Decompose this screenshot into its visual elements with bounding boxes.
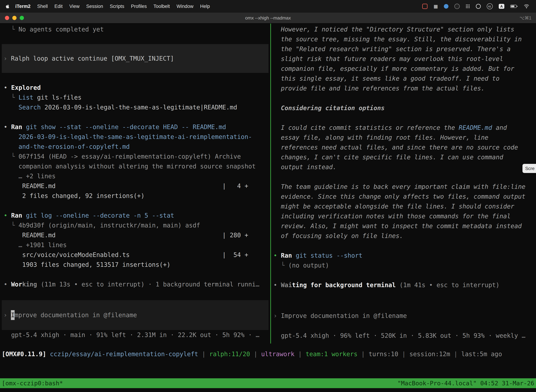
text-segment: and [492,124,507,131]
close-button[interactable] [5,16,9,20]
text-segment: (no output) [288,262,329,269]
text-segment: └ [4,222,19,229]
prompt-input[interactable]: › Improve documentation in @filename [2,300,268,330]
terminal-line: Considering citation options [271,103,536,113]
text-segment: Ran [11,212,22,219]
ralph-loop-banner: › Ralph loop active continue [OMX_TMUX_I… [2,44,268,73]
blank-line [0,270,270,280]
text-segment: this single essay, it seems like a good … [273,75,499,82]
text-segment: Wai [281,281,292,289]
menu-item-edit[interactable]: Edit [51,4,66,9]
window-title-bar[interactable]: omx --xhigh --madmax ⌥⌘1 [0,13,536,23]
recording-indicator-icon[interactable] [422,4,427,9]
text-segment: 2026-03-09-is-legal-the-same-as-legitima… [41,104,237,111]
ring-app-icon[interactable] [476,4,481,9]
minimize-button[interactable] [12,16,17,20]
text-segment: slight risk that future readers may over… [273,55,503,62]
keyboard-grid-icon[interactable]: ▦ [433,4,438,9]
text-segment: └ [4,26,19,33]
text-segment: However, I noticed the "Directory Struct… [273,26,514,33]
dark-circle-icon[interactable] [455,4,460,9]
text-segment: • [4,84,11,91]
text-segment: references need actual files, and since … [273,144,518,151]
blank-line [0,34,270,44]
screen-share-tooltip[interactable]: Scre [522,164,536,173]
menu-bar: iTerm2 Shell Edit View Session Scripts P… [0,0,536,13]
tmux-status-bar: [omx-cczip0:bash* "MacBook-Pro-44.local"… [0,378,536,388]
menu-item-window[interactable]: Window [173,4,197,9]
terminal-line: evidence. Since this change only affects… [271,191,536,201]
right-pane[interactable]: However, I noticed the "Directory Struct… [271,23,536,344]
text-segment: Wor [11,281,22,288]
terminal-line: might be acceptable alongside the file l… [271,201,536,211]
text-segment [4,133,19,140]
text-segment: └ [273,262,288,269]
text-segment [292,252,296,259]
text-segment: git show --stat --oneline --decorate HEA… [26,123,226,131]
screen: iTerm2 Shell Edit View Session Scripts P… [0,0,536,392]
text-segment: companion file, especially if more comme… [273,65,514,72]
terminal-line: src/voice/voiceModeEnabled.ts | 54 + [0,250,270,260]
input-source-label: A [499,4,504,9]
terminal-line: └ (no output) [271,261,536,270]
text-segment: ultrawork [261,350,295,358]
terminal-line: this single essay, it seems like a good … [271,74,536,84]
text-segment: 2 files changed, 92 insertions(+) [4,192,144,199]
text-segment: • [4,212,11,219]
text-segment: └ [4,94,19,101]
terminal-line: 2 files changed, 92 insertions(+) [0,191,270,201]
text-segment: └ [4,153,19,160]
text-segment: session:12m [409,350,450,358]
blank-line [0,112,270,122]
window-shortcut-label: ⌥⌘1 [519,15,531,21]
menu-item-toolbelt[interactable]: Toolbelt [150,4,173,9]
text-segment: Explored [11,84,41,91]
text-segment: … +1901 lines [4,242,67,248]
terminal-line: README.md | 4 + [0,181,270,191]
text-segment: README.md [459,124,492,131]
text-segment: Improve documentation in @filename [281,311,407,321]
text-segment: • [273,281,281,289]
wifi-icon[interactable] [524,4,529,9]
gauge-icon[interactable]: 61 [487,3,493,9]
terminal-line: companion analysis without altering the … [0,161,270,171]
text-segment: | [250,350,261,358]
menu-item-iterm2[interactable]: iTerm2 [12,4,34,9]
menu-item-shell[interactable]: Shell [34,4,51,9]
zoom-button[interactable] [20,16,24,20]
input-source-icon[interactable]: A [499,4,504,9]
left-pane[interactable]: └ No agents completed yet› Ralph loop ac… [0,23,270,344]
prompt-input[interactable]: › Improve documentation in @filename [271,301,536,331]
blue-app-icon[interactable] [444,4,448,9]
dots-grid-icon[interactable] [466,4,470,9]
text-segment: | [450,350,461,358]
omx-status-line: [OMX#0.11.9] cczip/essay/ai-reimplementa… [0,349,536,359]
omx-status-bar: [OMX#0.11.9] cczip/essay/ai-reimplementa… [0,349,536,359]
menu-item-session[interactable]: Session [83,4,106,9]
text-segment: gpt-5.4 xhigh · 96% left · 520K in · 5.8… [273,332,526,339]
blank-line [271,172,536,182]
apple-menu-icon[interactable] [5,4,10,9]
text-segment: of focusing solely on file lines. [273,232,403,239]
text-segment: ralph:11/20 [209,350,250,358]
text-segment: 2026-03-09-is-legal-the-same-as-legitima… [19,133,252,140]
blank-line [0,201,270,210]
menu-item-view[interactable]: View [66,4,83,9]
menu-item-scripts[interactable]: Scripts [106,4,128,9]
terminal-line: essay file, along with finding root file… [271,133,536,142]
terminal-line: companion file, especially if more comme… [271,64,536,74]
menu-item-profiles[interactable]: Profiles [128,4,150,9]
working-status-line: • Working (11m 13s • esc to interrupt) ·… [0,280,270,289]
text-segment: gpt-5.4 xhigh · main · 91% left · 2.31M … [4,331,259,338]
battery-icon[interactable] [510,5,518,8]
terminal-line: • Ran git status --short [271,251,536,261]
menu-item-help[interactable]: Help [197,4,213,9]
text-segment: turns:10 [368,350,398,358]
text-segment: and-the-erosion-of-copyleft.md [19,143,129,150]
text-segment: Considering citation options [273,104,385,112]
text-segment: README.md | 4 + [4,182,248,190]
tmux-session-label: [omx-cczip0:bash* [2,380,63,387]
blank-line [271,241,536,251]
text-segment: mprove documentation in @filename [14,310,137,320]
text-segment: last:5m ago [461,350,502,358]
